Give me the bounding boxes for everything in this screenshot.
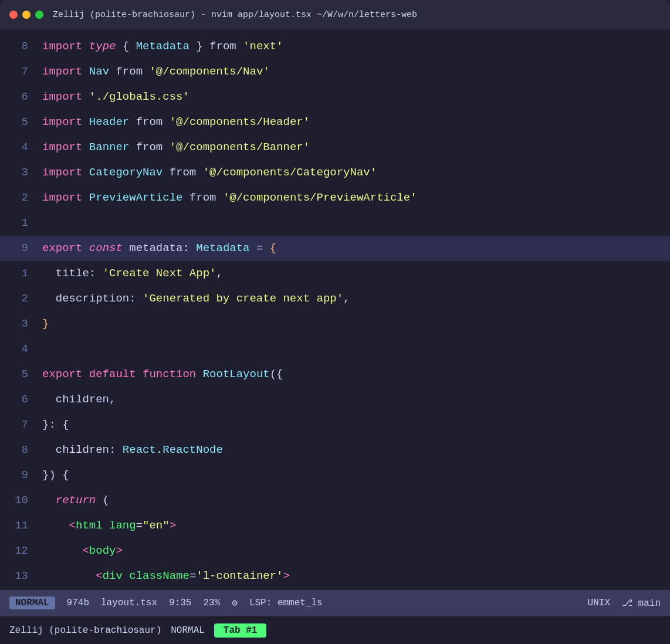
- token: (: [96, 494, 109, 507]
- line-content: return (: [42, 488, 109, 513]
- token: '@/components/Nav': [149, 65, 269, 78]
- editor[interactable]: 8import type { Metadata } from 'next'7im…: [0, 29, 670, 590]
- line-content: }) {: [42, 463, 69, 488]
- token: metadata:: [129, 242, 196, 255]
- code-area: 8import type { Metadata } from 'next'7im…: [0, 34, 670, 585]
- token: body: [89, 544, 116, 557]
- token: ,: [216, 267, 222, 280]
- token: default: [89, 368, 143, 381]
- status-right: UNIX ⎇ main: [588, 597, 661, 609]
- token: }: {: [42, 418, 69, 431]
- token: Banner: [89, 141, 129, 154]
- tab-1[interactable]: Tab #1: [214, 623, 267, 638]
- token: children,: [42, 393, 116, 406]
- table-row: 11 <html lang="en">: [0, 513, 670, 538]
- table-row: 3}: [0, 311, 670, 337]
- token: import: [42, 65, 89, 78]
- status-percent: 23%: [203, 598, 220, 608]
- token: ,: [343, 292, 350, 305]
- token: [196, 166, 202, 179]
- table-row: 8import type { Metadata } from 'next': [0, 34, 670, 59]
- token: 'l-container': [196, 570, 283, 582]
- line-number: 7: [9, 412, 28, 438]
- table-row: 6 children,: [0, 387, 670, 412]
- table-row: 9export const metadata: Metadata = {: [0, 236, 670, 261]
- token: import: [42, 141, 89, 154]
- tabbar: Zellij (polite-brachiosaur) NORMAL Tab #…: [0, 616, 670, 644]
- token: type: [89, 40, 116, 53]
- token: 'Generated by create next app': [143, 292, 343, 305]
- line-content: import type { Metadata } from 'next': [42, 34, 283, 59]
- token: 'next': [243, 40, 283, 53]
- token: =: [190, 570, 196, 582]
- token: lang: [109, 519, 136, 532]
- token: Header: [89, 116, 129, 128]
- table-row: 7import Nav from '@/components/Nav': [0, 59, 670, 84]
- line-content: <html lang="en">: [42, 513, 176, 538]
- token: Metadata: [136, 40, 190, 53]
- token: [163, 141, 169, 154]
- token: const: [89, 242, 123, 255]
- status-mode: NORMAL: [9, 596, 55, 609]
- token: 'Create Next App': [103, 267, 216, 280]
- token: '@/components/Header': [170, 116, 310, 128]
- token: import: [42, 166, 89, 179]
- table-row: 6import './globals.css': [0, 84, 670, 110]
- line-number: 9: [9, 463, 28, 488]
- line-number: 6: [9, 84, 28, 110]
- token: [163, 166, 169, 179]
- table-row: 2import PreviewArticle from '@/component…: [0, 185, 670, 211]
- titlebar-text: Zellij (polite-brachiosaur) - nvim app/l…: [53, 10, 417, 20]
- line-number: 2: [9, 286, 28, 311]
- line-content: import Header from '@/components/Header': [42, 110, 310, 135]
- token: [182, 191, 189, 204]
- token: =: [250, 242, 270, 255]
- line-number: 5: [9, 110, 28, 135]
- window: Zellij (polite-brachiosaur) - nvim app/l…: [0, 0, 670, 644]
- table-row: 5export default function RootLayout({: [0, 362, 670, 387]
- line-number: 3: [9, 160, 28, 185]
- table-row: 1: [0, 211, 670, 236]
- token: import: [42, 191, 89, 204]
- token: import: [42, 116, 89, 128]
- line-number: 1: [9, 261, 28, 286]
- titlebar: Zellij (polite-brachiosaur) - nvim app/l…: [0, 0, 670, 29]
- token: [129, 141, 136, 154]
- token: >: [170, 519, 176, 532]
- token: [163, 116, 169, 128]
- token: <: [82, 544, 89, 557]
- token: function: [143, 368, 203, 381]
- token: [236, 40, 243, 53]
- line-content: import PreviewArticle from '@/components…: [42, 185, 417, 211]
- token: description:: [42, 292, 143, 305]
- maximize-button[interactable]: [35, 11, 43, 19]
- line-number: 11: [9, 513, 28, 538]
- token: children:: [42, 443, 123, 456]
- line-number: 4: [9, 337, 28, 362]
- table-row: 5import Header from '@/components/Header…: [0, 110, 670, 135]
- token: '@/components/CategoryNav': [203, 166, 377, 179]
- close-button[interactable]: [9, 11, 18, 19]
- minimize-button[interactable]: [22, 11, 31, 19]
- token: [123, 570, 129, 582]
- token: React.ReactNode: [123, 443, 223, 456]
- token: [216, 191, 222, 204]
- token: [103, 519, 109, 532]
- token: {: [116, 40, 136, 53]
- table-row: 12 <body>: [0, 538, 670, 564]
- token: }: [42, 317, 49, 330]
- line-content: }: [42, 311, 49, 337]
- table-row: 2 description: 'Generated by create next…: [0, 286, 670, 311]
- status-unix: UNIX: [588, 598, 610, 608]
- token: from: [209, 40, 236, 53]
- token: from: [116, 65, 143, 78]
- line-content: import './globals.css': [42, 84, 190, 110]
- token: html: [76, 519, 103, 532]
- line-number: 10: [9, 488, 28, 513]
- status-size: 974b: [67, 598, 89, 608]
- line-content: children: React.ReactNode: [42, 438, 223, 463]
- line-number: 13: [9, 564, 28, 589]
- token: [143, 65, 149, 78]
- status-filename: layout.tsx: [101, 598, 157, 608]
- line-content: }: {: [42, 412, 69, 438]
